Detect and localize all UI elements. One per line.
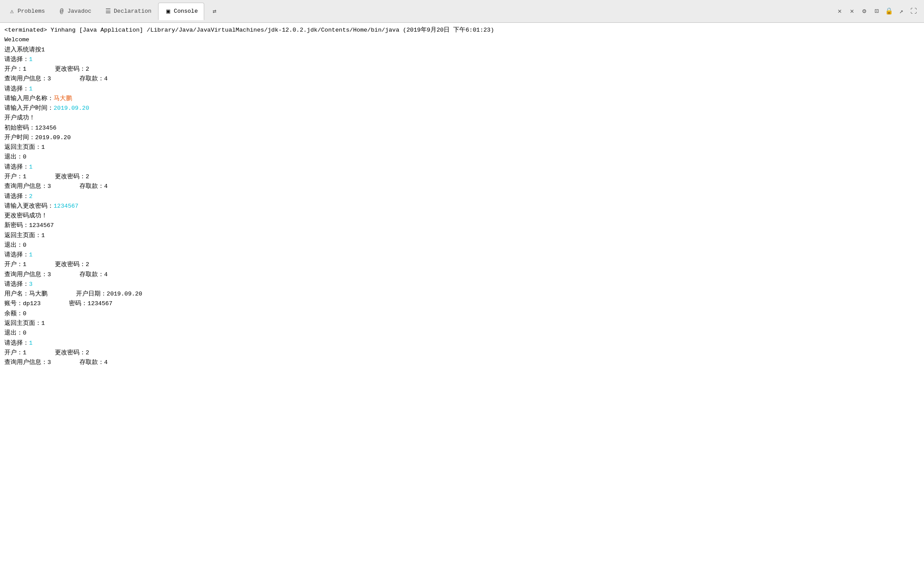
tab-extra[interactable]: ⇄ xyxy=(204,3,224,20)
toolbar-buttons: ✕ ✕ ⚙ ⊡ 🔒 ↗ ⛶ xyxy=(834,6,922,17)
console-line-21: 退出：0 xyxy=(4,241,920,250)
clear-console-button[interactable]: ✕ xyxy=(834,6,845,17)
tab-javadoc[interactable]: @ Javadoc xyxy=(51,3,98,20)
console-line-28: 余额：0 xyxy=(4,309,920,319)
tab-console[interactable]: ▣ Console xyxy=(158,3,205,20)
console-line-26: 用户名：马大鹏 开户日期：2019.09.20 xyxy=(4,289,920,299)
input-new-password: 1234567 xyxy=(54,203,79,209)
console-line-22: 请选择：1 xyxy=(4,250,920,260)
console-line-33: 查询用户信息：3 存取款：4 xyxy=(4,358,920,367)
declaration-icon: ☰ xyxy=(105,8,112,15)
console-line-6: 请输入用户名称：马大鹏 xyxy=(4,94,920,104)
console-line-31: 请选择：1 xyxy=(4,339,920,348)
console-line-13: 请选择：1 xyxy=(4,162,920,172)
problems-icon: ⚠ xyxy=(8,8,15,15)
input-value-6: 3 xyxy=(29,281,32,288)
console-line-15: 查询用户信息：3 存取款：4 xyxy=(4,182,920,191)
tab-declaration-label: Declaration xyxy=(114,8,152,14)
console-line-8: 开户成功！ xyxy=(4,113,920,123)
input-value-2: 1 xyxy=(29,86,32,92)
console-line-27: 账号：dp123 密码：1234567 xyxy=(4,299,920,309)
console-line-11: 返回主页面：1 xyxy=(4,143,920,152)
tab-console-label: Console xyxy=(174,8,198,14)
console-line-24: 查询用户信息：3 存取款：4 xyxy=(4,270,920,280)
console-line-9: 初始密码：123456 xyxy=(4,123,920,133)
console-line-7: 请输入开户时间：2019.09.20 xyxy=(4,104,920,113)
console-line-2: 请选择：1 xyxy=(4,55,920,65)
console-line-16: 请选择：2 xyxy=(4,192,920,202)
extra-icon: ⇄ xyxy=(211,8,218,15)
console-line-18: 更改密码成功！ xyxy=(4,211,920,221)
console-line-1: 进入系统请按1 xyxy=(4,45,920,55)
input-value-5: 1 xyxy=(29,252,32,258)
open-button[interactable]: ↗ xyxy=(896,6,906,17)
console-line-19: 新密码：1234567 xyxy=(4,221,920,231)
lock-button[interactable]: 🔒 xyxy=(884,6,894,17)
input-username: 马大鹏 xyxy=(54,95,72,102)
tab-javadoc-label: Javadoc xyxy=(67,8,91,14)
console-line-17: 请输入更改密码：1234567 xyxy=(4,202,920,211)
terminated-line: <terminated> Yinhang [Java Application] … xyxy=(4,25,920,35)
console-line-23: 开户：1 更改密码：2 xyxy=(4,260,920,270)
input-value-3: 1 xyxy=(29,164,32,170)
settings-button[interactable]: ⚙ xyxy=(859,6,870,17)
console-icon: ▣ xyxy=(165,8,172,15)
console-line-3: 开户：1 更改密码：2 xyxy=(4,65,920,74)
console-output: <terminated> Yinhang [Java Application] … xyxy=(0,23,924,562)
tab-declaration[interactable]: ☰ Declaration xyxy=(98,3,158,20)
console-line-12: 退出：0 xyxy=(4,152,920,162)
tab-problems-label: Problems xyxy=(18,8,45,14)
input-value-4: 2 xyxy=(29,193,32,200)
terminate-button[interactable]: ✕ xyxy=(847,6,857,17)
console-line-25: 请选择：3 xyxy=(4,280,920,289)
console-line-32: 开户：1 更改密码：2 xyxy=(4,348,920,358)
maximize-button[interactable]: ⛶ xyxy=(908,6,919,17)
console-line-10: 开户时间：2019.09.20 xyxy=(4,133,920,143)
pin-button[interactable]: ⊡ xyxy=(871,6,882,17)
input-value-1: 1 xyxy=(29,56,32,63)
console-line-30: 退出：0 xyxy=(4,328,920,338)
javadoc-icon: @ xyxy=(58,8,65,15)
tab-problems[interactable]: ⚠ Problems xyxy=(2,3,51,20)
console-line-4: 查询用户信息：3 存取款：4 xyxy=(4,74,920,84)
console-line-welcome: Welcome xyxy=(4,35,920,45)
console-line-14: 开户：1 更改密码：2 xyxy=(4,172,920,182)
console-line-20: 返回主页面：1 xyxy=(4,231,920,241)
input-value-7: 1 xyxy=(29,340,32,346)
input-date-1: 2019.09.20 xyxy=(54,105,89,112)
console-line-5: 请选择：1 xyxy=(4,84,920,94)
tab-bar: ⚠ Problems @ Javadoc ☰ Declaration ▣ Con… xyxy=(0,0,924,23)
console-line-29: 返回主页面：1 xyxy=(4,319,920,328)
